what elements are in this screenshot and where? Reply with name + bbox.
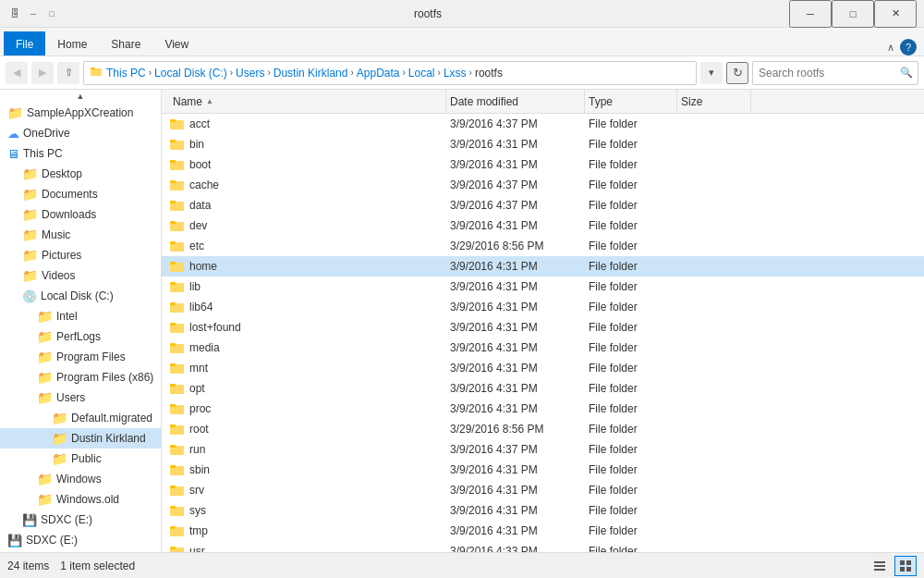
file-type: File folder bbox=[589, 260, 681, 273]
table-row[interactable]: srv3/9/2016 4:31 PMFile folder bbox=[162, 480, 924, 500]
maximize-button[interactable]: □ bbox=[832, 0, 874, 28]
table-row[interactable]: sbin3/9/2016 4:31 PMFile folder bbox=[162, 460, 924, 480]
file-date: 3/9/2016 4:37 PM bbox=[450, 199, 589, 212]
table-row[interactable]: data3/9/2016 4:37 PMFile folder bbox=[162, 195, 924, 215]
file-type: File folder bbox=[589, 504, 681, 517]
minimize-button[interactable]: ─ bbox=[789, 0, 832, 28]
system-icon-2: ─ bbox=[26, 6, 41, 21]
sidebar-item-users[interactable]: 📁Users bbox=[0, 387, 161, 408]
sidebar-item-sample-app[interactable]: 📁SampleAppXCreation bbox=[0, 103, 161, 123]
breadcrumb[interactable]: This PC › Local Disk (C:) › Users › Dust… bbox=[83, 61, 697, 85]
svg-rect-35 bbox=[170, 445, 176, 448]
table-row[interactable]: bin3/9/2016 4:31 PMFile folder bbox=[162, 134, 924, 154]
folder-icon bbox=[169, 482, 186, 498]
search-input[interactable] bbox=[752, 61, 918, 85]
table-row[interactable]: lib3/9/2016 4:31 PMFile folder bbox=[162, 277, 924, 297]
refresh-button[interactable]: ↻ bbox=[726, 62, 748, 84]
back-button[interactable]: ◀ bbox=[6, 62, 28, 84]
folder-icon bbox=[169, 339, 186, 356]
table-row[interactable]: lib643/9/2016 4:31 PMFile folder bbox=[162, 297, 924, 317]
sidebar-item-sdxc-e-upper[interactable]: 💾SDXC (E:) bbox=[0, 510, 161, 530]
sidebar-item-desktop[interactable]: 📁Desktop bbox=[0, 164, 161, 184]
table-row[interactable]: boot3/9/2016 4:31 PMFile folder bbox=[162, 154, 924, 175]
list-view-button[interactable] bbox=[894, 556, 917, 576]
breadcrumb-this-pc[interactable]: This PC bbox=[106, 67, 146, 80]
breadcrumb-lxss[interactable]: Lxss bbox=[444, 67, 467, 80]
table-row[interactable]: sys3/9/2016 4:31 PMFile folder bbox=[162, 500, 924, 521]
file-name: root bbox=[189, 423, 450, 436]
sidebar-item-downloads[interactable]: 📁Downloads bbox=[0, 204, 161, 225]
sidebar-item-onedrive[interactable]: ☁OneDrive bbox=[0, 123, 161, 143]
sidebar-item-pictures[interactable]: 📁Pictures bbox=[0, 245, 161, 265]
sidebar-item-documents[interactable]: 📁Documents bbox=[0, 184, 161, 204]
file-name: mnt bbox=[189, 362, 450, 375]
sidebar-label-public: Public bbox=[71, 452, 102, 465]
sidebar-item-program-files[interactable]: 📁Program Files bbox=[0, 347, 161, 367]
svg-rect-21 bbox=[170, 302, 176, 305]
breadcrumb-users[interactable]: Users bbox=[236, 67, 264, 80]
file-date: 3/9/2016 4:31 PM bbox=[450, 362, 589, 375]
tab-view[interactable]: View bbox=[152, 31, 201, 55]
file-name: tmp bbox=[189, 524, 450, 537]
file-name: lib bbox=[189, 280, 450, 293]
table-row[interactable]: media3/9/2016 4:31 PMFile folder bbox=[162, 338, 924, 358]
table-row[interactable]: root3/29/2016 8:56 PMFile folder bbox=[162, 419, 924, 439]
close-button[interactable]: ✕ bbox=[874, 0, 917, 28]
details-view-button[interactable] bbox=[869, 556, 891, 576]
table-row[interactable]: usr3/9/2016 4:33 PMFile folder bbox=[162, 541, 924, 552]
table-row[interactable]: cache3/9/2016 4:37 PMFile folder bbox=[162, 175, 924, 195]
table-row[interactable]: run3/9/2016 4:37 PMFile folder bbox=[162, 439, 924, 460]
table-row[interactable]: etc3/29/2016 8:56 PMFile folder bbox=[162, 236, 924, 256]
col-header-date[interactable]: Date modified bbox=[446, 90, 585, 113]
tab-home[interactable]: Home bbox=[45, 31, 99, 55]
folder-icon: 📁 bbox=[7, 105, 23, 120]
sidebar-item-intel[interactable]: 📁Intel bbox=[0, 306, 161, 326]
breadcrumb-local-disk[interactable]: Local Disk (C:) bbox=[154, 67, 227, 80]
table-row[interactable]: acct3/9/2016 4:37 PMFile folder bbox=[162, 114, 924, 134]
folder-icon: 📁 bbox=[22, 268, 38, 283]
table-row[interactable]: tmp3/9/2016 4:31 PMFile folder bbox=[162, 521, 924, 541]
help-icon[interactable]: ? bbox=[900, 39, 917, 55]
file-date: 3/9/2016 4:31 PM bbox=[450, 341, 589, 354]
svg-rect-1 bbox=[91, 68, 95, 69]
col-header-name[interactable]: Name ▲ bbox=[169, 90, 446, 113]
table-row[interactable]: dev3/9/2016 4:31 PMFile folder bbox=[162, 215, 924, 236]
col-header-type[interactable]: Type bbox=[585, 90, 677, 113]
breadcrumb-dustin[interactable]: Dustin Kirkland bbox=[274, 67, 348, 80]
sidebar-item-music[interactable]: 📁Music bbox=[0, 225, 161, 245]
sidebar-item-local-disk-c[interactable]: 💿Local Disk (C:) bbox=[0, 286, 161, 306]
sidebar-item-this-pc[interactable]: 🖥This PC bbox=[0, 143, 161, 164]
table-row[interactable]: proc3/9/2016 4:31 PMFile folder bbox=[162, 399, 924, 419]
sidebar-item-windows[interactable]: 📁Windows bbox=[0, 469, 161, 489]
svg-rect-31 bbox=[170, 404, 176, 407]
forward-button[interactable]: ▶ bbox=[31, 62, 54, 84]
sidebar-item-default-migrated[interactable]: 📁Default.migrated bbox=[0, 408, 161, 428]
folder-icon: 📁 bbox=[37, 309, 53, 324]
table-row[interactable]: home3/9/2016 4:31 PMFile folder bbox=[162, 256, 924, 277]
up-button[interactable]: ⇧ bbox=[57, 62, 79, 84]
sidebar-label-windows-old: Windows.old bbox=[56, 493, 119, 506]
address-bar: ◀ ▶ ⇧ This PC › Local Disk (C:) › Users … bbox=[0, 56, 924, 90]
breadcrumb-local[interactable]: Local bbox=[408, 67, 435, 80]
folder-icon bbox=[169, 421, 186, 437]
sidebar-item-dustin-kirkland[interactable]: 📁Dustin Kirkland bbox=[0, 428, 161, 449]
ribbon-expand-icon[interactable]: ∧ bbox=[887, 42, 894, 54]
sidebar-item-windows-old[interactable]: 📁Windows.old bbox=[0, 489, 161, 510]
sidebar-item-program-files-x86[interactable]: 📁Program Files (x86) bbox=[0, 367, 161, 387]
sidebar-item-perflogs[interactable]: 📁PerfLogs bbox=[0, 326, 161, 347]
table-row[interactable]: lost+found3/9/2016 4:31 PMFile folder bbox=[162, 317, 924, 338]
svg-rect-53 bbox=[906, 560, 911, 565]
file-date: 3/9/2016 4:37 PM bbox=[450, 117, 589, 130]
table-row[interactable]: mnt3/9/2016 4:31 PMFile folder bbox=[162, 358, 924, 378]
sidebar-item-sdxc-e-lower[interactable]: 💾SDXC (E:) bbox=[0, 530, 161, 550]
tab-file[interactable]: File bbox=[4, 31, 45, 55]
col-header-size[interactable]: Size bbox=[677, 90, 751, 113]
sidebar-item-videos[interactable]: 📁Videos bbox=[0, 265, 161, 286]
dropdown-button[interactable]: ▾ bbox=[700, 62, 723, 84]
tab-share[interactable]: Share bbox=[99, 31, 152, 55]
file-date: 3/9/2016 4:31 PM bbox=[450, 463, 589, 476]
svg-rect-11 bbox=[170, 201, 176, 203]
table-row[interactable]: opt3/9/2016 4:31 PMFile folder bbox=[162, 378, 924, 399]
sidebar-item-public[interactable]: 📁Public bbox=[0, 449, 161, 469]
breadcrumb-appdata[interactable]: AppData bbox=[357, 67, 400, 80]
